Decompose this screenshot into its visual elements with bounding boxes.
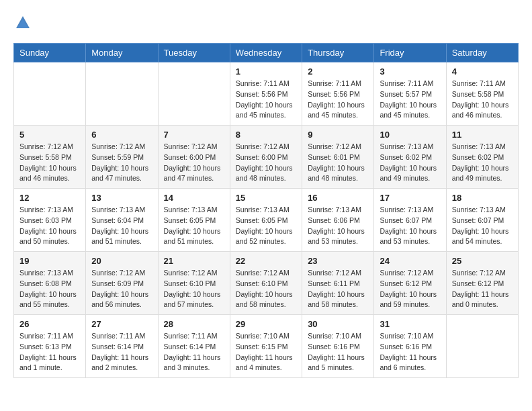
day-number: 11: [452, 130, 513, 140]
calendar-cell: 26Sunrise: 7:11 AMSunset: 6:13 PMDayligh…: [14, 315, 86, 378]
calendar-header-row: SundayMondayTuesdayWednesdayThursdayFrid…: [14, 44, 519, 62]
day-info: Sunrise: 7:12 AMSunset: 6:00 PMDaylight:…: [236, 142, 296, 184]
day-number: 19: [19, 256, 80, 266]
calendar-week-row: 5Sunrise: 7:12 AMSunset: 5:58 PMDaylight…: [14, 126, 519, 189]
day-info: Sunrise: 7:12 AMSunset: 6:00 PMDaylight:…: [164, 142, 224, 184]
day-number: 7: [164, 130, 224, 140]
day-number: 2: [308, 66, 368, 77]
calendar-header-saturday: Saturday: [446, 44, 518, 62]
day-info: Sunrise: 7:13 AMSunset: 6:04 PMDaylight:…: [91, 205, 152, 247]
day-number: 8: [236, 130, 296, 140]
day-number: 28: [164, 319, 224, 329]
calendar-cell: 27Sunrise: 7:11 AMSunset: 6:14 PMDayligh…: [86, 315, 158, 378]
calendar-table: SundayMondayTuesdayWednesdayThursdayFrid…: [13, 43, 519, 378]
calendar-cell: 24Sunrise: 7:12 AMSunset: 6:12 PMDayligh…: [374, 252, 446, 315]
calendar-cell: 14Sunrise: 7:13 AMSunset: 6:05 PMDayligh…: [158, 189, 230, 252]
calendar-cell: 19Sunrise: 7:13 AMSunset: 6:08 PMDayligh…: [14, 252, 86, 315]
day-number: 16: [308, 193, 368, 203]
calendar-cell: [446, 315, 518, 378]
day-info: Sunrise: 7:13 AMSunset: 6:07 PMDaylight:…: [380, 205, 440, 247]
calendar-cell: 15Sunrise: 7:13 AMSunset: 6:05 PMDayligh…: [230, 189, 302, 252]
calendar-cell: 16Sunrise: 7:13 AMSunset: 6:06 PMDayligh…: [302, 189, 374, 252]
day-number: 25: [452, 256, 513, 266]
calendar-header-thursday: Thursday: [302, 44, 374, 62]
day-number: 17: [380, 193, 440, 203]
day-info: Sunrise: 7:13 AMSunset: 6:08 PMDaylight:…: [19, 268, 80, 310]
day-info: Sunrise: 7:11 AMSunset: 5:56 PMDaylight:…: [236, 79, 296, 121]
day-number: 29: [236, 319, 296, 329]
day-number: 6: [91, 130, 152, 140]
day-number: 14: [164, 193, 224, 203]
calendar-header-friday: Friday: [374, 44, 446, 62]
calendar-header-wednesday: Wednesday: [230, 44, 302, 62]
calendar-cell: 18Sunrise: 7:13 AMSunset: 6:07 PMDayligh…: [446, 189, 518, 252]
calendar-cell: [158, 62, 230, 126]
day-info: Sunrise: 7:11 AMSunset: 6:14 PMDaylight:…: [91, 331, 152, 373]
calendar-cell: 11Sunrise: 7:13 AMSunset: 6:02 PMDayligh…: [446, 126, 518, 189]
calendar-week-row: 12Sunrise: 7:13 AMSunset: 6:03 PMDayligh…: [14, 189, 519, 252]
day-number: 1: [236, 66, 296, 77]
day-info: Sunrise: 7:12 AMSunset: 6:10 PMDaylight:…: [164, 268, 224, 310]
calendar-cell: 31Sunrise: 7:10 AMSunset: 6:16 PMDayligh…: [374, 315, 446, 378]
day-number: 31: [380, 319, 440, 329]
logo-icon: [13, 13, 32, 32]
day-info: Sunrise: 7:13 AMSunset: 6:05 PMDaylight:…: [164, 205, 224, 247]
logo: [13, 13, 35, 32]
day-number: 10: [380, 130, 440, 140]
day-info: Sunrise: 7:13 AMSunset: 6:06 PMDaylight:…: [308, 205, 368, 247]
calendar-cell: 10Sunrise: 7:13 AMSunset: 6:02 PMDayligh…: [374, 126, 446, 189]
calendar-cell: 30Sunrise: 7:10 AMSunset: 6:16 PMDayligh…: [302, 315, 374, 378]
calendar-cell: 7Sunrise: 7:12 AMSunset: 6:00 PMDaylight…: [158, 126, 230, 189]
day-info: Sunrise: 7:12 AMSunset: 6:12 PMDaylight:…: [452, 268, 513, 310]
day-info: Sunrise: 7:12 AMSunset: 6:11 PMDaylight:…: [308, 268, 368, 310]
day-info: Sunrise: 7:13 AMSunset: 6:05 PMDaylight:…: [236, 205, 296, 247]
day-info: Sunrise: 7:10 AMSunset: 6:15 PMDaylight:…: [236, 331, 296, 373]
calendar-cell: 2Sunrise: 7:11 AMSunset: 5:56 PMDaylight…: [302, 62, 374, 126]
day-number: 22: [236, 256, 296, 266]
calendar-cell: [14, 62, 86, 126]
calendar-week-row: 19Sunrise: 7:13 AMSunset: 6:08 PMDayligh…: [14, 252, 519, 315]
calendar-cell: 5Sunrise: 7:12 AMSunset: 5:58 PMDaylight…: [14, 126, 86, 189]
day-info: Sunrise: 7:11 AMSunset: 5:58 PMDaylight:…: [452, 79, 513, 121]
day-info: Sunrise: 7:12 AMSunset: 5:59 PMDaylight:…: [91, 142, 152, 184]
day-number: 23: [308, 256, 368, 266]
calendar-cell: 29Sunrise: 7:10 AMSunset: 6:15 PMDayligh…: [230, 315, 302, 378]
calendar-week-row: 26Sunrise: 7:11 AMSunset: 6:13 PMDayligh…: [14, 315, 519, 378]
day-number: 15: [236, 193, 296, 203]
day-info: Sunrise: 7:12 AMSunset: 6:10 PMDaylight:…: [236, 268, 296, 310]
day-number: 4: [452, 66, 513, 77]
calendar-cell: 20Sunrise: 7:12 AMSunset: 6:09 PMDayligh…: [86, 252, 158, 315]
calendar-cell: 28Sunrise: 7:11 AMSunset: 6:14 PMDayligh…: [158, 315, 230, 378]
calendar-cell: 17Sunrise: 7:13 AMSunset: 6:07 PMDayligh…: [374, 189, 446, 252]
calendar-cell: 4Sunrise: 7:11 AMSunset: 5:58 PMDaylight…: [446, 62, 518, 126]
calendar-header-sunday: Sunday: [14, 44, 86, 62]
day-number: 30: [308, 319, 368, 329]
calendar-week-row: 1Sunrise: 7:11 AMSunset: 5:56 PMDaylight…: [14, 62, 519, 126]
day-number: 3: [380, 66, 440, 77]
calendar-cell: 25Sunrise: 7:12 AMSunset: 6:12 PMDayligh…: [446, 252, 518, 315]
day-number: 5: [19, 130, 80, 140]
day-number: 24: [380, 256, 440, 266]
calendar-cell: 9Sunrise: 7:12 AMSunset: 6:01 PMDaylight…: [302, 126, 374, 189]
day-number: 26: [19, 319, 80, 329]
calendar-header-monday: Monday: [86, 44, 158, 62]
day-info: Sunrise: 7:12 AMSunset: 6:01 PMDaylight:…: [308, 142, 368, 184]
day-number: 20: [91, 256, 152, 266]
calendar-cell: 8Sunrise: 7:12 AMSunset: 6:00 PMDaylight…: [230, 126, 302, 189]
calendar-cell: [86, 62, 158, 126]
day-info: Sunrise: 7:11 AMSunset: 5:57 PMDaylight:…: [380, 79, 440, 121]
calendar-cell: 21Sunrise: 7:12 AMSunset: 6:10 PMDayligh…: [158, 252, 230, 315]
day-number: 9: [308, 130, 368, 140]
page-header: [13, 13, 519, 32]
calendar-cell: 12Sunrise: 7:13 AMSunset: 6:03 PMDayligh…: [14, 189, 86, 252]
day-number: 27: [91, 319, 152, 329]
day-info: Sunrise: 7:12 AMSunset: 6:12 PMDaylight:…: [380, 268, 440, 310]
calendar-cell: 13Sunrise: 7:13 AMSunset: 6:04 PMDayligh…: [86, 189, 158, 252]
calendar-cell: 3Sunrise: 7:11 AMSunset: 5:57 PMDaylight…: [374, 62, 446, 126]
day-info: Sunrise: 7:12 AMSunset: 5:58 PMDaylight:…: [19, 142, 80, 184]
day-number: 12: [19, 193, 80, 203]
day-number: 21: [164, 256, 224, 266]
day-number: 18: [452, 193, 513, 203]
day-info: Sunrise: 7:13 AMSunset: 6:07 PMDaylight:…: [452, 205, 513, 247]
calendar-cell: 22Sunrise: 7:12 AMSunset: 6:10 PMDayligh…: [230, 252, 302, 315]
